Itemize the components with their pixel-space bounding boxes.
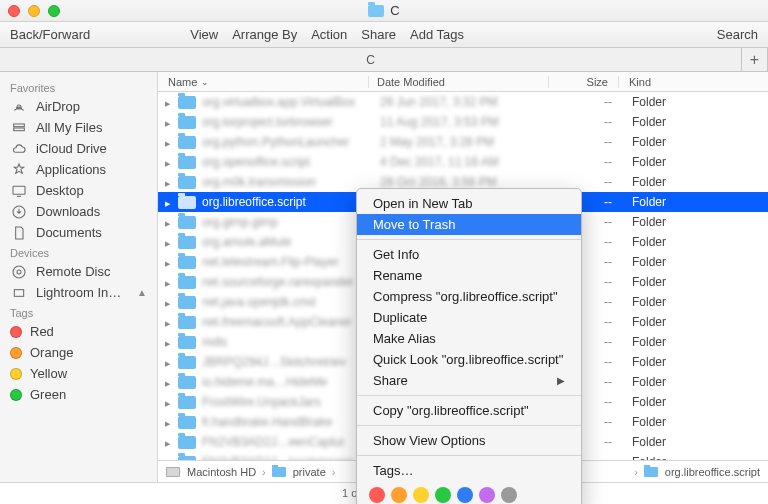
disclosure-icon[interactable] [164, 118, 172, 126]
table-row[interactable]: org.openoffice.script4 Dec 2017, 11:16 A… [158, 152, 768, 172]
context-menu-item[interactable]: Show View Options [357, 430, 581, 451]
date-modified: 26 Jun 2017, 3:32 PM [372, 95, 552, 109]
column-kind[interactable]: Kind [618, 76, 768, 88]
disclosure-icon[interactable] [164, 158, 172, 166]
sidebar-item[interactable]: Applications [0, 159, 157, 180]
svg-rect-1 [14, 124, 25, 127]
sidebar-label: Green [30, 387, 66, 402]
disclosure-icon[interactable] [164, 238, 172, 246]
table-row[interactable]: org.torproject.torbrowser11 Aug 2017, 3:… [158, 112, 768, 132]
disclosure-icon[interactable] [164, 378, 172, 386]
svg-point-6 [17, 270, 21, 274]
search-button[interactable]: Search [717, 27, 758, 42]
close-window-button[interactable] [8, 5, 20, 17]
tag-color-button[interactable] [457, 487, 473, 503]
disclosure-icon[interactable] [164, 198, 172, 206]
sidebar-icon [10, 100, 28, 114]
menu-label: Share [373, 373, 408, 388]
column-date[interactable]: Date Modified [368, 76, 548, 88]
sidebar-tag[interactable]: Orange [0, 342, 157, 363]
context-menu-item[interactable]: Rename [357, 265, 581, 286]
disclosure-icon[interactable] [164, 398, 172, 406]
sidebar-item[interactable]: Documents [0, 222, 157, 243]
menu-label: Rename [373, 268, 422, 283]
view-button[interactable]: View [190, 27, 218, 42]
eject-icon[interactable]: ▲ [137, 287, 147, 298]
context-menu-item[interactable]: Make Alias [357, 328, 581, 349]
tag-color-button[interactable] [435, 487, 451, 503]
share-button[interactable]: Share [361, 27, 396, 42]
tag-color-button[interactable] [479, 487, 495, 503]
sidebar-item[interactable]: AirDrop [0, 96, 157, 117]
disclosure-icon[interactable] [164, 358, 172, 366]
menu-label: Quick Look "org.libreoffice.script" [373, 352, 563, 367]
context-menu-item[interactable]: Move to Trash [357, 214, 581, 235]
file-name: JBRPQ294J…Skitchretriev [202, 355, 372, 369]
disclosure-icon[interactable] [164, 418, 172, 426]
context-menu-item[interactable]: Copy "org.libreoffice.script" [357, 400, 581, 421]
file-kind: Folder [622, 375, 768, 389]
tag-color-button[interactable] [369, 487, 385, 503]
sidebar-label: Downloads [36, 204, 100, 219]
path-seg[interactable]: private [293, 466, 326, 478]
path-leaf[interactable]: org.libreoffice.script [665, 466, 760, 478]
file-name: org.libreoffice.script [202, 195, 372, 209]
sidebar-devices-head: Devices [0, 243, 157, 261]
zoom-window-button[interactable] [48, 5, 60, 17]
context-menu-item[interactable]: Open in New Tab [357, 193, 581, 214]
disclosure-icon[interactable] [164, 338, 172, 346]
disclosure-icon[interactable] [164, 178, 172, 186]
disclosure-icon[interactable] [164, 138, 172, 146]
back-forward-button[interactable]: Back/Forward [10, 27, 90, 42]
sidebar-item[interactable]: Lightroom In…▲ [0, 282, 157, 303]
table-row[interactable]: org.virtualbox.app.VirtualBox26 Jun 2017… [158, 92, 768, 112]
folder-icon [178, 256, 196, 269]
tab-active[interactable]: C [0, 48, 742, 71]
file-name: net.freemacsoft.AppCleaner [202, 315, 372, 329]
folder-icon [272, 467, 286, 477]
disclosure-icon[interactable] [164, 438, 172, 446]
sidebar-tag[interactable]: Red [0, 321, 157, 342]
folder-icon [368, 5, 384, 17]
disclosure-icon[interactable] [164, 98, 172, 106]
menu-separator [357, 425, 581, 426]
new-tab-button[interactable]: + [742, 48, 768, 71]
sidebar-tag[interactable]: Yellow [0, 363, 157, 384]
column-name[interactable]: Name⌄ [158, 76, 368, 88]
sidebar-item[interactable]: iCloud Drive [0, 138, 157, 159]
disclosure-icon[interactable] [164, 458, 172, 460]
sidebar-item[interactable]: Remote Disc [0, 261, 157, 282]
sidebar-item[interactable]: All My Files [0, 117, 157, 138]
context-menu-item[interactable]: Tags… [357, 460, 581, 481]
disclosure-icon[interactable] [164, 218, 172, 226]
tags-button[interactable]: Add Tags [410, 27, 464, 42]
tag-color-button[interactable] [501, 487, 517, 503]
sidebar-icon [10, 286, 28, 300]
context-menu-item[interactable]: Share▶ [357, 370, 581, 391]
context-menu-item[interactable]: Quick Look "org.libreoffice.script" [357, 349, 581, 370]
path-hd[interactable]: Macintosh HD [187, 466, 256, 478]
disclosure-icon[interactable] [164, 298, 172, 306]
minimize-window-button[interactable] [28, 5, 40, 17]
context-menu-item[interactable]: Get Info [357, 244, 581, 265]
action-button[interactable]: Action [311, 27, 347, 42]
tag-color-button[interactable] [413, 487, 429, 503]
file-name: org.virtualbox.app.VirtualBox [202, 95, 372, 109]
file-kind: Folder [622, 415, 768, 429]
context-menu-item[interactable]: Duplicate [357, 307, 581, 328]
sidebar-tag[interactable]: Green [0, 384, 157, 405]
tag-dot-icon [10, 368, 22, 380]
disclosure-icon[interactable] [164, 278, 172, 286]
table-row[interactable]: org.python.PythonLauncher2 May 2017, 3:2… [158, 132, 768, 152]
sidebar-tags-head: Tags [0, 303, 157, 321]
sidebar-item[interactable]: Desktop [0, 180, 157, 201]
file-kind: Folder [622, 315, 768, 329]
disclosure-icon[interactable] [164, 258, 172, 266]
disclosure-icon[interactable] [164, 318, 172, 326]
tag-color-button[interactable] [391, 487, 407, 503]
arrange-button[interactable]: Arrange By [232, 27, 297, 42]
sidebar-item[interactable]: Downloads [0, 201, 157, 222]
column-size[interactable]: Size [548, 76, 618, 88]
context-menu-item[interactable]: Compress "org.libreoffice.script" [357, 286, 581, 307]
file-kind: Folder [622, 195, 768, 209]
